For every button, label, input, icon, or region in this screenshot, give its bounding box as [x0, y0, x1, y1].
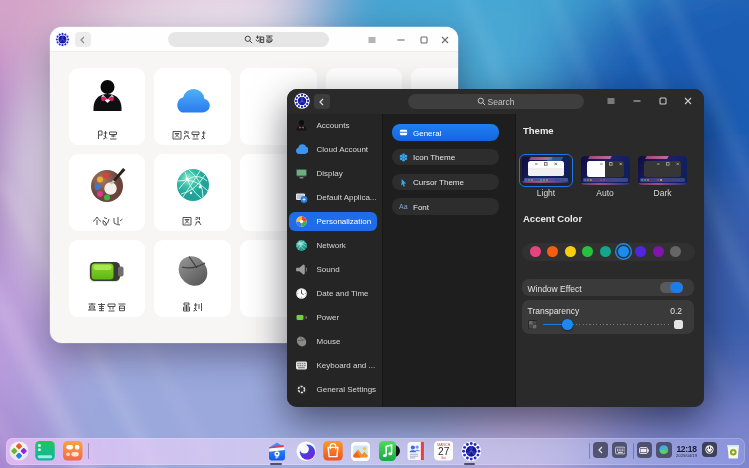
svg-text:Aa: Aa	[399, 204, 408, 211]
svg-text:Sat.: Sat.	[441, 456, 446, 460]
